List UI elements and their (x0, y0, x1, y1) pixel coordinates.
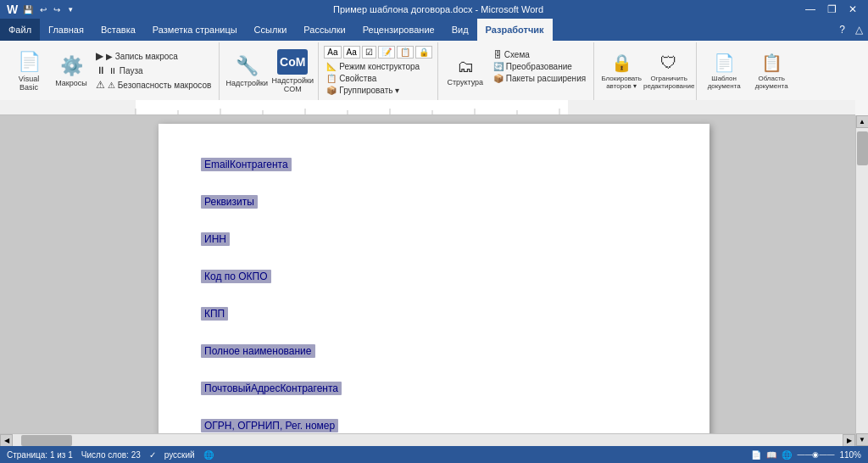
schema-icon: 🗄 (493, 50, 502, 59)
com-badge-box: CoM (277, 49, 308, 75)
quick-access-dropdown[interactable]: ▼ (67, 6, 74, 14)
document-area: EmailКонтрагента Реквизиты ИНН Код по ОК… (0, 115, 868, 446)
field-inn[interactable]: ИНН (201, 232, 230, 246)
group-button[interactable]: 📦 Группировать ▾ (324, 85, 431, 96)
record-macro-button[interactable]: ▶ ▶ Запись макроса (93, 49, 214, 63)
scroll-down-button[interactable]: ▼ (856, 433, 869, 446)
doc-area-icon: 📋 (761, 53, 782, 73)
field-email[interactable]: EmailКонтрагента (201, 158, 292, 171)
scrollbar-vertical[interactable]: ▲ ▼ (855, 115, 868, 446)
doc-line-2: Реквизиты (201, 195, 667, 220)
tab-file[interactable]: Файл (0, 19, 40, 41)
tab-insert[interactable]: Вставка (92, 19, 144, 41)
field-ogrn[interactable]: ОГРН, ОГРНИП, Рег. номер (201, 419, 338, 432)
nadstroyki-icon: 🔧 (236, 55, 259, 77)
svg-rect-1 (136, 100, 568, 115)
doc-template-button[interactable]: 📄 Шаблондокумента (702, 46, 746, 97)
quick-undo-icon[interactable]: ↩ (40, 5, 47, 14)
field-rekvizity[interactable]: Реквизиты (201, 195, 258, 209)
view-normal-icon[interactable]: 📄 (751, 450, 761, 460)
view-read-icon[interactable]: 📖 (766, 450, 776, 460)
img-control[interactable]: 📝 (378, 46, 395, 59)
visual-basic-button[interactable]: 📄 VisualBasic (8, 46, 49, 97)
zoom-level[interactable]: 110% (839, 450, 861, 460)
doc-template-icon: 📄 (714, 53, 735, 73)
quick-redo-icon[interactable]: ↪ (53, 5, 60, 14)
text-control-aa1[interactable]: Aa (324, 46, 341, 59)
structure-icon: 🗂 (457, 57, 474, 76)
close-button[interactable]: ✕ (844, 3, 861, 15)
list-control[interactable]: 📋 (397, 46, 414, 59)
tab-review[interactable]: Рецензирование (354, 19, 443, 41)
visual-basic-icon: 📄 (18, 51, 41, 73)
doc-line-4: Код по ОКПО (201, 270, 667, 295)
quick-save-icon[interactable]: 💾 (23, 5, 33, 14)
tab-mailings[interactable]: Рассылки (295, 19, 353, 41)
text-control-aa2[interactable]: Aa (343, 46, 360, 59)
transform-icon: 🔄 (493, 62, 504, 71)
minimize-button[interactable]: — (801, 3, 820, 15)
language-label[interactable]: русский (164, 450, 195, 460)
word-logo-icon: W (7, 3, 18, 16)
tab-page-layout[interactable]: Разметка страницы (144, 19, 246, 41)
properties-icon: 📋 (326, 74, 337, 83)
lang-icon: 🌐 (203, 450, 214, 460)
schema-button[interactable]: 🗄 Схема (491, 49, 588, 60)
view-web-icon[interactable]: 🌐 (782, 450, 792, 460)
properties-button[interactable]: 📋 Свойства (324, 73, 431, 84)
scroll-up-button[interactable]: ▲ (856, 115, 869, 128)
doc-area-button[interactable]: 📋 Областьдокумента (749, 46, 793, 97)
tab-developer[interactable]: Разработчик (477, 19, 553, 41)
doc-line-5: КПП (201, 307, 667, 332)
doc-line-6: Полное наименование (201, 344, 667, 370)
pause-icon: ⏸ (96, 64, 106, 76)
record-icon: ▶ (96, 50, 103, 62)
scrollbar-horizontal[interactable]: ◀ ▶ (0, 433, 855, 446)
title-bar: W 💾 ↩ ↪ ▼ Пример шаблона договора.docx -… (0, 0, 868, 19)
constructor-mode-button[interactable]: 📐 Режим конструктора (324, 61, 431, 72)
ribbon-tabs: Файл Главная Вставка Разметка страницы С… (0, 19, 868, 41)
doc-line-7: ПочтовыйАдресКонтрагента (201, 382, 667, 407)
field-postal[interactable]: ПочтовыйАдресКонтрагента (201, 382, 342, 395)
macro-security-button[interactable]: ⚠ ⚠ Безопасность макросов (93, 78, 214, 92)
document-page: EmailКонтрагента Реквизиты ИНН Код по ОК… (159, 124, 709, 446)
page-info: Страница: 1 из 1 (7, 450, 73, 460)
maximize-button[interactable]: ❐ (823, 3, 841, 15)
status-bar: Страница: 1 из 1 Число слов: 23 ✓ русски… (0, 446, 868, 463)
scroll-right-button[interactable]: ▶ (843, 434, 855, 447)
structure-button[interactable]: 🗂 Структура (443, 46, 487, 97)
extensions-button[interactable]: 📦 Пакеты расширения (491, 73, 588, 84)
ribbon-help-icon[interactable]: ? (834, 19, 850, 41)
spell-check-icon[interactable]: ✓ (149, 450, 156, 460)
restrict-editing-button[interactable]: 🛡 Ограничитьредактирование (647, 46, 691, 97)
field-fullname[interactable]: Полное наименование (201, 344, 315, 358)
macros-button[interactable]: ⚙️ Макросы (51, 46, 92, 97)
checkbox-control[interactable]: ☑ (362, 46, 376, 59)
nadstroyki-button[interactable]: 🔧 Надстройки (225, 46, 269, 97)
constructor-icon: 📐 (326, 62, 337, 71)
doc-line-3: ИНН (201, 232, 667, 258)
group-icon: 📦 (326, 86, 337, 95)
scroll-left-button[interactable]: ◀ (0, 434, 13, 447)
scroll-thumb-h[interactable] (21, 435, 72, 446)
field-okpo[interactable]: Код по ОКПО (201, 270, 271, 283)
scroll-thumb-v[interactable] (857, 131, 868, 165)
restrict-icon: 🛡 (660, 53, 677, 73)
window-controls: — ❐ ✕ (801, 3, 861, 15)
ribbon-collapse-icon[interactable]: △ (850, 19, 868, 41)
doc-line-1: EmailКонтрагента (201, 158, 667, 183)
tab-view[interactable]: Вид (443, 19, 477, 41)
com-nadstroyki-button[interactable]: CoM НадстройкиCOM (272, 46, 313, 97)
tab-home[interactable]: Главная (40, 19, 92, 41)
zoom-slider[interactable]: ——◉—— (797, 450, 834, 459)
transform-button[interactable]: 🔄 Преобразование (491, 61, 588, 72)
field-kpp[interactable]: КПП (201, 307, 228, 321)
title-bar-left: W 💾 ↩ ↪ ▼ (7, 3, 75, 16)
block-authors-button[interactable]: 🔒 Блокироватьавторов ▾ (599, 46, 643, 97)
tab-references[interactable]: Ссылки (246, 19, 296, 41)
ruler-horizontal (0, 100, 855, 115)
lock-control[interactable]: 🔒 (415, 46, 432, 59)
status-right: 📄 📖 🌐 ——◉—— 110% (751, 450, 861, 460)
block-authors-icon: 🔒 (611, 53, 632, 73)
pause-button[interactable]: ⏸ ⏸ Пауза (93, 64, 214, 77)
